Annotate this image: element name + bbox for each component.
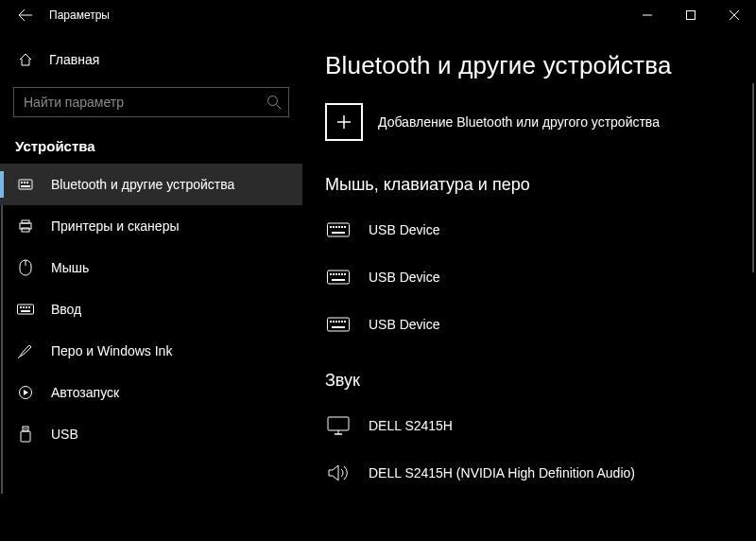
sidebar-nav: Bluetooth и другие устройстваПринтеры и … <box>0 164 302 455</box>
device-group-title: Мышь, клавиатура и перо <box>325 175 756 195</box>
svg-rect-35 <box>338 273 340 275</box>
minimize-button[interactable] <box>626 0 669 30</box>
sidebar-item-usb[interactable]: USB <box>0 413 302 455</box>
svg-rect-20 <box>21 431 30 442</box>
search-wrap <box>13 87 289 117</box>
window-title: Параметры <box>43 9 110 22</box>
device-item[interactable]: DELL S2415H <box>325 402 756 449</box>
search-input[interactable] <box>13 87 289 117</box>
sidebar-item-label: Bluetooth и другие устройства <box>51 177 234 192</box>
close-icon <box>730 10 739 20</box>
svg-rect-27 <box>338 226 340 228</box>
device-item[interactable]: USB Device <box>325 253 756 301</box>
window-buttons <box>626 0 756 30</box>
device-label: USB Device <box>369 317 439 332</box>
svg-rect-17 <box>21 310 30 312</box>
maximize-icon <box>686 10 696 20</box>
keyboard-icon <box>325 316 352 333</box>
svg-rect-6 <box>21 185 30 187</box>
sidebar-item-label: Мышь <box>51 260 89 275</box>
sidebar-item-label: Перо и Windows Ink <box>51 343 172 358</box>
device-item[interactable]: USB Device <box>325 301 756 348</box>
monitor-icon <box>325 416 352 435</box>
svg-rect-33 <box>333 273 335 275</box>
sidebar-section-title: Устройства <box>0 125 302 164</box>
back-button[interactable] <box>8 0 43 30</box>
svg-rect-15 <box>26 306 27 308</box>
svg-rect-29 <box>344 226 346 228</box>
svg-rect-25 <box>333 226 335 228</box>
arrow-left-icon <box>18 8 33 23</box>
keyboard-icon <box>17 303 34 316</box>
sidebar-item-label: Автозапуск <box>51 385 119 400</box>
svg-rect-2 <box>19 180 32 189</box>
main-scrollbar[interactable] <box>752 83 754 272</box>
svg-rect-44 <box>341 321 343 323</box>
svg-rect-3 <box>21 182 23 183</box>
home-icon <box>17 52 34 67</box>
sidebar-item-printer[interactable]: Принтеры и сканеры <box>0 205 302 247</box>
device-groups: Мышь, клавиатура и пероUSB DeviceUSB Dev… <box>325 175 756 497</box>
titlebar: Параметры <box>0 0 756 30</box>
keyboard-icon <box>325 221 352 238</box>
svg-rect-5 <box>26 182 28 183</box>
sidebar-item-bluetooth[interactable]: Bluetooth и другие устройства <box>0 164 302 205</box>
svg-rect-0 <box>687 11 696 20</box>
close-button[interactable] <box>713 0 756 30</box>
device-label: DELL S2415H (NVIDIA High Definition Audi… <box>369 465 635 480</box>
page-title: Bluetooth и другие устройства <box>325 51 756 80</box>
plus-icon <box>325 103 363 141</box>
svg-rect-34 <box>335 273 337 275</box>
svg-rect-43 <box>338 321 340 323</box>
svg-rect-24 <box>330 226 332 228</box>
search-icon <box>266 95 282 110</box>
svg-rect-46 <box>332 326 345 328</box>
device-label: USB Device <box>369 222 439 237</box>
minimize-icon <box>643 10 652 20</box>
svg-rect-30 <box>332 232 345 234</box>
svg-rect-42 <box>335 321 337 323</box>
device-label: DELL S2415H <box>369 418 453 433</box>
device-group-title: Звук <box>325 371 756 391</box>
svg-rect-4 <box>24 182 26 183</box>
mouse-icon <box>17 259 34 276</box>
autoplay-icon <box>17 385 34 400</box>
svg-rect-28 <box>341 226 343 228</box>
sidebar-item-mouse[interactable]: Мышь <box>0 247 302 288</box>
sidebar-item-autoplay[interactable]: Автозапуск <box>0 372 302 413</box>
printer-icon <box>17 218 34 234</box>
add-device-button[interactable]: Добавление Bluetooth или другого устройс… <box>325 103 756 141</box>
svg-rect-36 <box>341 273 343 275</box>
sidebar-item-label: Ввод <box>51 302 81 317</box>
svg-rect-32 <box>330 273 332 275</box>
sidebar-item-pen[interactable]: Перо и Windows Ink <box>0 330 302 372</box>
svg-rect-12 <box>18 305 34 314</box>
bluetooth-icon <box>17 177 34 192</box>
maximize-button[interactable] <box>669 0 713 30</box>
svg-rect-26 <box>335 226 337 228</box>
svg-rect-31 <box>328 270 350 284</box>
sidebar-item-label: USB <box>51 427 78 442</box>
svg-rect-19 <box>23 427 28 431</box>
svg-rect-21 <box>25 428 26 430</box>
svg-rect-16 <box>28 306 30 308</box>
device-item[interactable]: USB Device <box>325 206 756 253</box>
main-panel: Bluetooth и другие устройства Добавление… <box>302 30 756 541</box>
svg-rect-23 <box>328 223 350 236</box>
pen-icon <box>17 343 34 358</box>
svg-rect-8 <box>22 220 29 223</box>
device-item[interactable]: DELL S2415H (NVIDIA High Definition Audi… <box>325 449 756 497</box>
speaker-icon <box>325 463 352 482</box>
home-button[interactable]: Главная <box>0 42 302 78</box>
usb-icon <box>17 426 34 443</box>
sidebar: Главная Устройства Bluetooth и другие ус… <box>0 30 302 541</box>
svg-rect-37 <box>344 273 346 275</box>
add-device-label: Добавление Bluetooth или другого устройс… <box>378 114 660 130</box>
sidebar-item-label: Принтеры и сканеры <box>51 218 179 234</box>
svg-rect-39 <box>328 318 350 331</box>
svg-rect-38 <box>332 279 345 281</box>
svg-rect-45 <box>344 321 346 323</box>
svg-rect-14 <box>23 306 25 308</box>
svg-rect-41 <box>333 321 335 323</box>
sidebar-item-keyboard[interactable]: Ввод <box>0 288 302 330</box>
